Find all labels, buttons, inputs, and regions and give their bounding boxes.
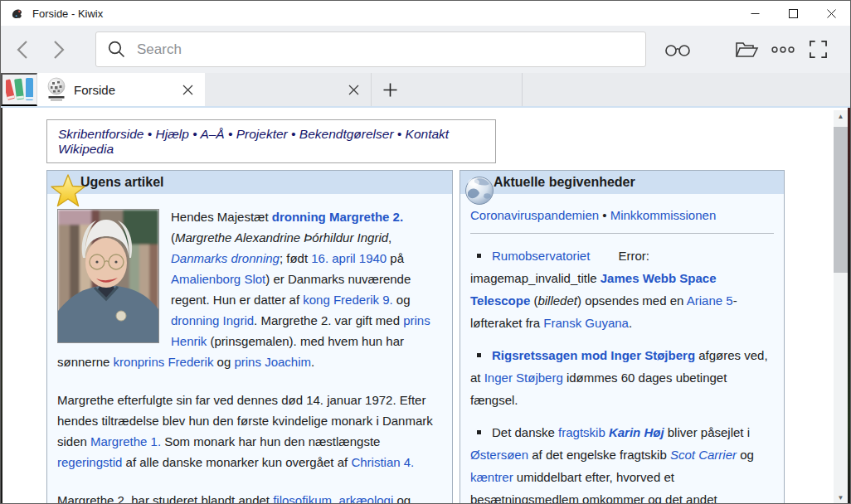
featured-article-box: Ugens artikel (46, 170, 453, 503)
tab-label: Forside (74, 83, 178, 97)
news-item: Det danske fragtskib Karin Høj bliver på… (470, 421, 774, 503)
current-events-body: Coronaviruspandemien • Minkkommissionen … (460, 194, 784, 503)
titlebar[interactable]: Forside - Kiwix (1, 1, 850, 26)
book-stack-icon (6, 77, 34, 102)
plus-icon (383, 83, 397, 97)
toolbar (1, 26, 850, 73)
minimize-button[interactable] (736, 1, 774, 26)
close-icon (182, 85, 193, 95)
tab-untitled[interactable] (205, 73, 372, 106)
search-icon (108, 41, 125, 58)
square-bullet-icon (477, 254, 481, 258)
webview: Skribentforside • Hjælp • A–Å • Projekte… (1, 108, 850, 503)
search-input[interactable] (137, 41, 634, 58)
portal-links[interactable]: Skribentforside • Hjælp • A–Å • Projekte… (58, 127, 484, 157)
chevron-right-icon (53, 40, 65, 60)
close-button[interactable] (812, 1, 850, 26)
news-item-text[interactable]: Det danske fragtskib Karin Høj bliver på… (470, 425, 754, 503)
open-file-button[interactable] (730, 33, 763, 66)
current-events-box: Aktuelle begivenheder Coronaviruspandemi… (460, 170, 785, 503)
featured-paragraph-2: Margrethe efterfulgte sin far ved dennes… (57, 390, 442, 472)
folder-open-icon (735, 40, 759, 59)
news-item-text[interactable]: Rigsretssagen mod Inger Støjberg afgøres… (470, 348, 768, 407)
kiwix-logo-icon (10, 7, 24, 21)
library-button[interactable] (1, 73, 37, 106)
tab-close-button[interactable] (344, 80, 362, 99)
tab-forside[interactable]: Forside (37, 73, 205, 106)
window-title: Forside - Kiwix (32, 7, 103, 20)
star-icon (50, 172, 86, 211)
desktop-edge-left (1, 108, 2, 503)
ellipsis-icon (771, 46, 795, 53)
window-controls (736, 1, 850, 26)
vertical-scrollbar[interactable]: ▲ ▼ (834, 110, 848, 503)
minimize-icon (751, 9, 760, 18)
chevron-left-icon (17, 40, 28, 60)
search-box[interactable] (95, 32, 646, 67)
maximize-icon (789, 9, 798, 18)
tab-close-button[interactable] (178, 80, 197, 99)
menu-button[interactable] (766, 33, 800, 66)
toolbar-actions (661, 33, 834, 66)
square-bullet-icon (477, 353, 481, 357)
featured-body: Hendes Majestæt dronning Margrethe 2. (M… (47, 194, 452, 503)
news-item: Rigsretssagen mod Inger Støjberg afgøres… (470, 344, 774, 411)
globe-icon (464, 174, 495, 208)
divider (470, 233, 774, 234)
scrollbar-thumb[interactable] (834, 127, 848, 273)
news-topic-links[interactable]: Coronaviruspandemien • Minkkommissionen (470, 204, 774, 226)
reading-list-button[interactable] (661, 33, 694, 66)
news-item: RumobservatorietError: imagemap_invalid_… (470, 245, 774, 334)
featured-paragraph-3: Margrethe 2. har studeret blandt andet f… (57, 490, 442, 503)
square-bullet-icon (477, 430, 481, 434)
desktop-edge-right (848, 108, 850, 503)
tab-bar: Forside (1, 73, 850, 108)
main-page-columns: Ugens artikel (46, 170, 785, 503)
wikipedia-favicon (46, 77, 67, 102)
queen-margrethe-photo[interactable] (57, 209, 159, 343)
forward-button[interactable] (41, 32, 77, 68)
tabbar-separator (522, 73, 523, 106)
kiwix-window: Forside - Kiwix (0, 0, 851, 504)
news-list: RumobservatorietError: imagemap_invalid_… (470, 245, 774, 503)
portal-links-box[interactable]: Skribentforside • Hjælp • A–Å • Projekte… (46, 119, 496, 163)
news-item-text[interactable]: RumobservatorietError: imagemap_invalid_… (470, 249, 737, 330)
fullscreen-button[interactable] (801, 33, 834, 66)
glasses-icon (664, 42, 692, 57)
new-tab-button[interactable] (372, 73, 408, 106)
scroll-up-arrow[interactable]: ▲ (834, 110, 848, 122)
scroll-down-arrow[interactable]: ▼ (834, 492, 848, 503)
close-icon (348, 85, 359, 95)
current-events-header: Aktuelle begivenheder (460, 171, 784, 194)
fullscreen-icon (810, 41, 827, 58)
close-icon (827, 9, 836, 18)
maximize-button[interactable] (774, 1, 812, 26)
featured-header: Ugens artikel (47, 171, 452, 194)
back-button[interactable] (4, 32, 41, 68)
